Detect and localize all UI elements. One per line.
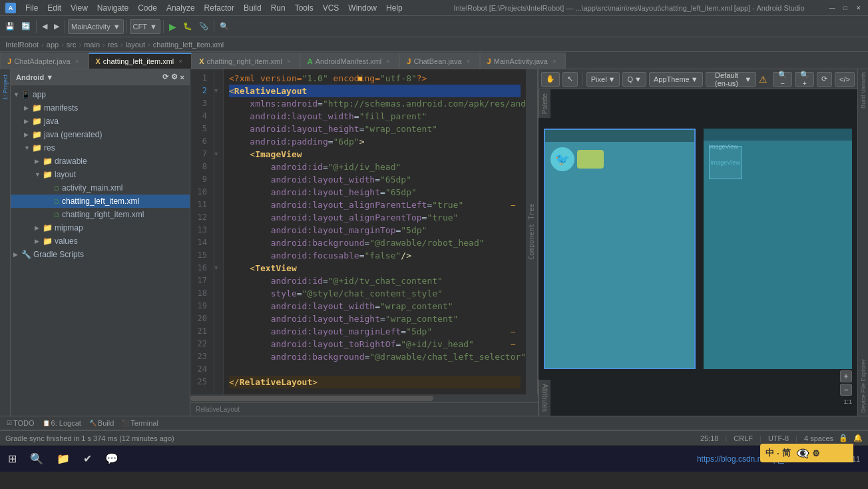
task-manager-btn[interactable]: ✔ [78,447,97,471]
pixel-dropdown[interactable]: Pixel▼ [586,72,620,87]
close-button[interactable]: ✕ [855,4,863,12]
tree-item-layout[interactable]: ▼ 📁 layout [11,168,190,181]
tab-chatting-left[interactable]: X chatting_left_item.xml × [89,53,192,69]
android-dropdown[interactable]: Android ▼ [16,73,53,81]
menu-help[interactable]: Help [382,2,407,14]
tree-item-java-generated[interactable]: ▶ 📁 java (generated) [11,128,190,141]
tab-mainactivity[interactable]: J MainActivity.java × [480,53,566,69]
attributes-label[interactable]: Attributes [539,380,550,416]
cursor-position[interactable]: 25:18 [700,434,719,442]
bc-src[interactable]: src [67,41,77,49]
menu-view[interactable]: View [67,2,92,14]
tree-item-java[interactable]: ▶ 📁 java [11,115,190,128]
todo-btn[interactable]: ☑ TODO [3,416,39,430]
project-sync-btn[interactable]: ⟳ [162,73,168,81]
tab-androidmanifest[interactable]: A AndroidManifest.xml × [300,53,400,69]
menu-vcs[interactable]: VCS [319,2,343,14]
apptheme-dropdown[interactable]: AppTheme▼ [649,72,703,87]
taskbar: ⊞ 🔍 📁 ✔ 💬 https://blog.csdn.net/qq_42257… [0,445,868,472]
tree-item-res[interactable]: ▼ 📁 res [11,141,190,155]
bc-intellirobot[interactable]: IntelRobot [5,41,39,49]
palette-label[interactable]: Palette [539,89,550,118]
design-code-view[interactable]: </> [835,72,855,87]
terminal-btn[interactable]: ⬛ Terminal [118,416,162,430]
search-taskbar-btn[interactable]: 🔍 [25,447,49,471]
tree-item-manifests[interactable]: ▶ 📁 manifests [11,101,190,115]
q-dropdown[interactable]: Q▼ [622,72,646,87]
tab-chatting-right[interactable]: X chatting_right_item.xml × [192,53,300,69]
menu-run[interactable]: Run [267,2,290,14]
menu-edit[interactable]: Edit [43,2,65,14]
minimize-button[interactable]: — [828,4,836,12]
close-tab-3[interactable]: × [384,57,392,65]
editor-scrollbar[interactable] [190,394,538,402]
tab-chatadapter[interactable]: J ChatAdapter.java × [0,53,89,69]
menu-window[interactable]: Window [344,2,381,14]
tree-item-gradle[interactable]: ▶ 🔧 Gradle Scripts [11,248,190,261]
design-pointer-btn[interactable]: ↖ [562,72,578,87]
close-tab-5[interactable]: × [550,57,558,65]
tree-item-activity-main[interactable]: 🗋 activity_main.xml [11,181,190,195]
project-sidebar-label[interactable]: 1: Project [1,72,10,103]
close-tab-4[interactable]: × [465,57,473,65]
sep3 [126,20,127,33]
bc-layout[interactable]: layout [126,41,145,49]
indent[interactable]: 4 spaces [804,434,833,442]
build-btn[interactable]: 🔨 Build [85,416,118,430]
menu-file[interactable]: File [21,2,42,14]
file-manager-btn[interactable]: 📁 [51,447,75,471]
toolbar-sync[interactable]: 🔄 [19,19,33,35]
tree-item-app[interactable]: ▼ 📱 app [11,88,190,101]
menu-navigate[interactable]: Navigate [93,2,132,14]
design-zoom-out[interactable]: 🔍− [773,72,792,87]
qq-btn[interactable]: 💬 [100,447,124,471]
tab-chatbean[interactable]: J ChatBean.java × [399,53,479,69]
close-tab-0[interactable]: × [73,57,81,65]
toolbar-save[interactable]: 💾 [3,19,17,35]
menu-code[interactable]: Code [134,2,161,14]
menu-tools[interactable]: Tools [291,2,318,14]
design-refresh[interactable]: ⟳ [817,72,832,87]
preview-blueprint-view[interactable]: ImageView ImageView [704,129,853,369]
encoding[interactable]: UTF-8 [768,434,789,442]
device-file-explorer-label[interactable]: Device File Explorer [859,356,868,416]
toolbar-forward[interactable]: ▶ [51,19,62,35]
cft-dropdown[interactable]: CFT ▼ [130,19,160,34]
zoom-out-btn[interactable]: − [840,384,852,396]
build-variants-label[interactable]: Build Variants [859,69,868,111]
project-close-btn[interactable]: × [180,73,184,81]
bc-res[interactable]: res [108,41,118,49]
zoom-in-btn[interactable]: + [840,370,852,382]
logcat-btn[interactable]: 📋 6: Logcat [39,416,85,430]
close-tab-2[interactable]: × [285,57,293,65]
menu-analyze[interactable]: Analyze [162,2,199,14]
project-settings-btn[interactable]: ⚙ [171,73,178,81]
ime-indicator[interactable]: 中 · 简 👁‍🗨 ⚙ [760,444,853,462]
locale-dropdown[interactable]: Default (en-us)▼ [706,72,757,87]
bc-file[interactable]: chatting_left_item.xml [153,41,224,49]
tree-item-chatting-right[interactable]: 🗋 chatting_right_item.xml [11,208,190,221]
main-activity-dropdown[interactable]: MainActivity ▼ [68,19,124,34]
bc-main[interactable]: main [84,41,100,49]
tree-item-values[interactable]: ▶ 📁 values [11,235,190,248]
bc-app[interactable]: app [47,41,59,49]
design-pan-btn[interactable]: ✋ [541,72,560,87]
design-zoom-in[interactable]: 🔍+ [795,72,814,87]
search-button[interactable]: 🔍 [217,19,232,35]
tree-item-drawable[interactable]: ▶ 📁 drawable [11,155,190,168]
menu-build[interactable]: Build [240,2,266,14]
toolbar-back[interactable]: ◀ [39,19,50,35]
close-tab-1[interactable]: × [176,57,184,65]
tree-item-mipmap[interactable]: ▶ 📁 mipmap [11,221,190,235]
maximize-button[interactable]: □ [841,4,849,12]
preview-design-view[interactable]: 🐦 [544,129,696,369]
code-editor-content[interactable]: <?xml version="1.0" encoding="utf-8"?> ■… [224,69,526,394]
tree-item-chatting-left[interactable]: 🗋 chatting_left_item.xml [11,195,190,208]
menu-refactor[interactable]: Refactor [200,2,238,14]
component-tree-label[interactable]: Component Tree [526,69,538,394]
start-button[interactable]: ⊞ [3,447,22,471]
run-button[interactable]: ▶ [166,19,179,35]
debug-button[interactable]: 🐛 [180,19,195,35]
line-ending[interactable]: CRLF [734,434,753,442]
attach-button[interactable]: 📎 [196,19,211,35]
